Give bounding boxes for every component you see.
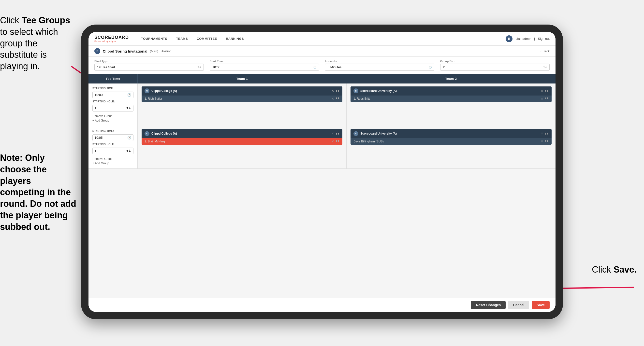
start-time-input[interactable]: 10:00 🕐: [210, 64, 319, 71]
back-link[interactable]: ‹ Back: [540, 49, 550, 53]
table-header: Tee Time Team 1 Team 2: [88, 74, 556, 83]
tee-left-1: STARTING TIME: 10:00 🕐 STARTING HOLE: 1 …: [88, 83, 138, 126]
add-group-btn-2[interactable]: + Add Group: [92, 162, 134, 165]
add-group-btn-1[interactable]: + Add Group: [92, 119, 134, 122]
remove-team-2-2[interactable]: ✕: [541, 132, 543, 135]
nav-tournaments[interactable]: TOURNAMENTS: [137, 32, 172, 46]
sort-team-1-1[interactable]: ⬆⬇: [336, 90, 340, 92]
hosting-badge: Hosting: [161, 49, 172, 53]
start-time-label: Start Time: [210, 60, 319, 63]
starting-time-label-2: STARTING TIME:: [92, 130, 134, 132]
hole-arrow-1: ⬆⬇: [126, 106, 131, 110]
annotation-note-text: Note: Only choose the players competing …: [0, 153, 76, 232]
tee-row: STARTING TIME: 10:00 🕐 STARTING HOLE: 1 …: [88, 83, 556, 126]
team2-col-2: S Scoreboard University (A) ✕ ⬆⬇ Dave Bi…: [346, 126, 556, 168]
remove-player-2-2[interactable]: ✕: [541, 140, 543, 143]
team-logo-1-1: C: [144, 88, 150, 93]
group-size-label: Group Size: [440, 60, 550, 63]
starting-time-input-1[interactable]: 10:00 🕐: [92, 92, 134, 98]
tee-actions-2: Remove Group + Add Group: [92, 157, 134, 165]
save-button[interactable]: Save: [532, 301, 550, 309]
team-card-header-2-1: S Scoreboard University (A) ✕ ⬆⬇: [350, 86, 552, 95]
setting-intervals: Intervals 5 Minutes 🕐: [325, 60, 434, 71]
logo-sub: Powered by clippd: [94, 40, 129, 42]
tournament-badge: B: [94, 48, 100, 54]
starting-time-input-2[interactable]: 10:05 🕐: [92, 134, 134, 141]
remove-player-2-1[interactable]: ✕: [541, 97, 543, 100]
player-row-2-2[interactable]: Dave Billingham (SUB) ✕ ⬆⬇: [350, 138, 552, 145]
tournament-gender: (Men): [150, 49, 158, 53]
tee-left-2: STARTING TIME: 10:05 🕐 STARTING HOLE: 1 …: [88, 126, 138, 168]
start-type-arrow: ⬆⬇: [197, 66, 201, 68]
starting-hole-label-2: STARTING HOLE:: [92, 143, 134, 146]
setting-start-time: Start Time 10:00 🕐: [210, 60, 319, 71]
sort-player-2-2[interactable]: ⬆⬇: [545, 140, 549, 143]
cancel-button[interactable]: Cancel: [508, 301, 529, 309]
hole-arrow-2: ⬆⬇: [126, 149, 131, 153]
reset-button[interactable]: Reset Changes: [471, 301, 506, 309]
remove-player-1-2[interactable]: ✕: [332, 140, 334, 143]
tablet-frame: SCOREBOARD Powered by clippd TOURNAMENTS…: [81, 24, 563, 319]
intervals-input[interactable]: 5 Minutes 🕐: [325, 64, 434, 71]
start-time-icon: 🕐: [314, 66, 316, 68]
col-tee-time: Tee Time: [88, 74, 138, 83]
team-card-header-1-1: C Clippd College (A) ✕ ⬆⬇: [142, 86, 342, 95]
group-size-input[interactable]: 2 ⬆⬇: [440, 64, 550, 71]
starting-hole-input-2[interactable]: 1 ⬆⬇: [92, 148, 134, 154]
remove-group-btn-2[interactable]: Remove Group: [92, 157, 134, 161]
intervals-label: Intervals: [325, 60, 434, 63]
player-row-1-1[interactable]: 1. Rich Butler ✕ ⬆⬇: [142, 95, 342, 102]
nav-rankings[interactable]: RANKINGS: [222, 32, 248, 46]
remove-team-1-1[interactable]: ✕: [332, 89, 334, 93]
remove-player-1-1[interactable]: ✕: [332, 97, 334, 100]
bottom-bar: Reset Changes Cancel Save: [88, 298, 556, 312]
team-name-1-2: Clippd College (A): [152, 132, 330, 135]
logo-text: SCOREBOARD: [94, 35, 129, 40]
team-card-header-1-2: C Clippd College (A) ✕ ⬆⬇: [142, 129, 342, 138]
tablet-screen: SCOREBOARD Powered by clippd TOURNAMENTS…: [88, 32, 556, 312]
remove-group-btn-1[interactable]: Remove Group: [92, 114, 134, 118]
sort-player-1-1[interactable]: ⬆⬇: [336, 97, 340, 100]
sort-team-1-2[interactable]: ⬆⬇: [336, 132, 340, 135]
time-icon-1: 🕐: [127, 93, 131, 97]
nav-links: TOURNAMENTS TEAMS COMMITTEE RANKINGS: [137, 32, 506, 46]
settings-row: Start Type 1st Tee Start ⬆⬇ Start Time 1…: [88, 57, 556, 74]
team-name-2-2: Scoreboard University (A): [360, 132, 539, 135]
team-card-actions-1-2: ✕ ⬆⬇: [332, 132, 340, 135]
group-size-arrow: ⬆⬇: [543, 66, 547, 68]
team-card-2-1: S Scoreboard University (A) ✕ ⬆⬇ 1. Rees…: [350, 86, 552, 102]
starting-hole-input-1[interactable]: 1 ⬆⬇: [92, 105, 134, 111]
team-card-actions-2-2: ✕ ⬆⬇: [541, 132, 549, 135]
player-row-1-2[interactable]: 2. Blair McHarg ✕ ⬆⬇: [142, 138, 342, 145]
col-team1: Team 1: [138, 74, 346, 83]
annotation-text-suffix: to select which group the substitute is …: [0, 27, 58, 71]
team-card-header-2-2: S Scoreboard University (A) ✕ ⬆⬇: [350, 129, 552, 138]
team-logo-2-2: S: [354, 131, 358, 136]
team-card-actions-1-1: ✕ ⬆⬇: [332, 89, 340, 93]
team1-col-1: C Clippd College (A) ✕ ⬆⬇ 1. Rich Butler…: [138, 83, 346, 126]
remove-team-2-1[interactable]: ✕: [541, 89, 543, 93]
team2-col-1: S Scoreboard University (A) ✕ ⬆⬇ 1. Rees…: [346, 83, 556, 126]
setting-group-size: Group Size 2 ⬆⬇: [440, 60, 550, 71]
player-row-2-1[interactable]: 1. Rees Britt ✕ ⬆⬇: [350, 95, 552, 102]
annotation-save: Click Save.: [592, 265, 637, 275]
annotation-note: Note: Only choose the players competing …: [0, 152, 76, 233]
pipe-divider: |: [534, 37, 535, 40]
team-card-actions-2-1: ✕ ⬆⬇: [541, 89, 549, 93]
annotation-text-bold: Tee Groups: [22, 15, 70, 25]
nav-committee[interactable]: COMMITTEE: [192, 32, 222, 46]
start-type-input[interactable]: 1st Tee Start ⬆⬇: [94, 64, 204, 71]
team-name-2-1: Scoreboard University (A): [360, 89, 539, 93]
remove-team-1-2[interactable]: ✕: [332, 132, 334, 135]
sort-player-1-2[interactable]: ⬆⬇: [336, 140, 340, 143]
team1-col-2: C Clippd College (A) ✕ ⬆⬇ 2. Blair McHar…: [138, 126, 346, 168]
sort-team-2-1[interactable]: ⬆⬇: [545, 90, 549, 92]
admin-badge: B: [506, 35, 512, 42]
sort-team-2-2[interactable]: ⬆⬇: [545, 132, 549, 135]
signout-link[interactable]: Sign out: [538, 37, 550, 40]
time-icon-2: 🕐: [127, 136, 131, 139]
navbar: SCOREBOARD Powered by clippd TOURNAMENTS…: [88, 32, 556, 46]
sort-player-2-1[interactable]: ⬆⬇: [545, 97, 549, 100]
nav-teams[interactable]: TEAMS: [172, 32, 192, 46]
tee-groups-content: STARTING TIME: 10:00 🕐 STARTING HOLE: 1 …: [88, 83, 556, 298]
